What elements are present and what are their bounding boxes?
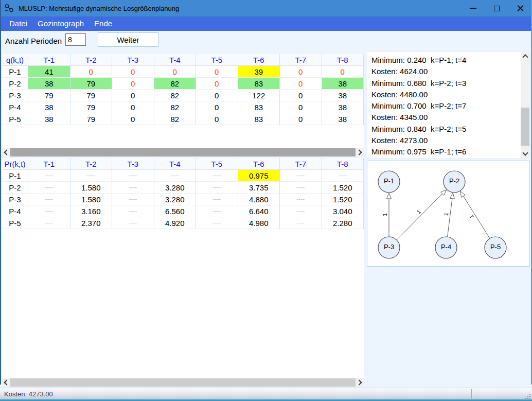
data-cell: ----	[322, 170, 364, 182]
column-header: T-6	[238, 158, 280, 170]
data-cell: 0	[112, 101, 154, 113]
data-cell: 38	[322, 101, 364, 113]
maximize-icon	[494, 6, 500, 11]
log-line: Kosten: 4345.00	[371, 112, 521, 123]
data-cell: 2.370	[70, 217, 113, 229]
log-line: Kosten: 4624.00	[371, 66, 521, 77]
data-cell: 0	[322, 66, 364, 78]
data-cell: ----	[112, 182, 154, 194]
data-cell: 4.920	[154, 217, 197, 229]
data-cell: 3.160	[70, 205, 113, 217]
q-horizontal-scrollbar[interactable]	[2, 148, 364, 156]
menu-gozintograph[interactable]: Gozintograph	[32, 16, 89, 31]
minimize-button[interactable]	[461, 0, 485, 16]
log-line: Minimum: 0.680 k=P-2; t=3	[371, 78, 521, 89]
graph-edge-label: 1	[382, 213, 388, 216]
q-scrollbar-thumb[interactable]	[10, 148, 356, 156]
data-cell: ----	[28, 205, 70, 217]
data-cell: 82	[154, 78, 197, 90]
table-header-row: Pr(k,t)T-1T-2T-3T-4T-5T-6T-7T-8	[2, 158, 364, 170]
scroll-left-arrow-icon[interactable]	[2, 378, 10, 387]
column-header: T-8	[322, 158, 364, 170]
app-window: MLUSLP: Mehrstufige dynamische Losgrößen…	[0, 0, 532, 401]
data-cell: 0	[280, 90, 322, 101]
q-table-panel: q(k,t)T-1T-2T-3T-4T-5T-6T-7T-8P-14100003…	[2, 54, 364, 156]
data-cell: 6.560	[154, 205, 197, 217]
close-button[interactable]	[508, 0, 532, 16]
title-bar: MLUSLP: Mehrstufige dynamische Losgrößen…	[0, 0, 532, 16]
column-header: T-1	[28, 54, 70, 66]
data-cell: 0	[196, 66, 238, 78]
data-cell: 122	[238, 90, 280, 101]
period-count-label: Anzahl Perioden	[5, 37, 62, 45]
log-line: Minimum: 0.975 k=P-1; t=6	[371, 146, 521, 158]
row-label: P-2	[2, 182, 28, 194]
maximize-button[interactable]	[485, 0, 508, 16]
q-table-corner-label: q(k,t)	[2, 54, 28, 66]
column-header: T-7	[280, 54, 322, 66]
data-cell: 4.980	[238, 217, 280, 229]
period-count-input[interactable]	[65, 33, 86, 46]
data-cell: 0	[196, 101, 238, 113]
data-cell: 0	[280, 113, 322, 125]
solver-log-panel: Minimum: 0.240 k=P-1; t=4Kosten: 4624.00…	[367, 51, 530, 159]
data-cell: ----	[112, 217, 154, 229]
row-label: P-1	[2, 170, 28, 182]
graph-node-label: P-5	[490, 243, 501, 251]
data-cell: 79	[28, 90, 70, 101]
q-table: q(k,t)T-1T-2T-3T-4T-5T-6T-7T-8P-14100003…	[2, 54, 364, 125]
data-cell: 0	[112, 78, 154, 90]
weiter-button[interactable]: Weiter	[98, 32, 158, 47]
data-cell: 82	[154, 113, 197, 125]
graph-arrowhead-icon	[387, 193, 392, 199]
graph-edge	[448, 199, 452, 237]
scroll-down-arrow-icon[interactable]	[521, 149, 529, 158]
scroll-right-arrow-icon[interactable]	[356, 148, 364, 156]
data-cell: 0	[280, 66, 322, 78]
data-cell: 0	[70, 66, 113, 78]
scroll-left-arrow-icon[interactable]	[2, 148, 10, 156]
graph-edge	[463, 196, 489, 238]
log-line: Minimum: 0.700 k=P-2; t=7	[371, 100, 521, 112]
column-header: T-5	[196, 158, 238, 170]
log-line: Kosten: 4480.00	[371, 89, 521, 100]
table-row: P-5----2.370----4.920----4.980----2.280	[2, 217, 364, 229]
pr-horizontal-scrollbar[interactable]	[2, 378, 364, 387]
minimize-icon	[470, 8, 476, 9]
graph-node-label: P-4	[441, 243, 451, 251]
gozintograph-panel: 1111P-1P-2P-3P-4P-5	[367, 161, 530, 267]
log-scrollbar-thumb[interactable]	[521, 108, 529, 146]
column-header: T-3	[112, 158, 154, 170]
data-cell: 0.975	[238, 170, 280, 182]
menu-ende[interactable]: Ende	[89, 16, 117, 31]
column-header: T-4	[154, 158, 197, 170]
pr-scrollbar-thumb[interactable]	[10, 378, 356, 387]
graph-edge	[397, 194, 442, 240]
pr-table-panel: Pr(k,t)T-1T-2T-3T-4T-5T-6T-7T-8P-1------…	[2, 158, 364, 387]
data-cell: 1.520	[322, 182, 364, 194]
window-title: MLUSLP: Mehrstufige dynamische Losgrößen…	[19, 5, 179, 12]
graph-node-label: P-2	[449, 177, 459, 185]
column-header: T-3	[112, 54, 154, 66]
data-cell: 41	[28, 66, 70, 78]
menu-datei[interactable]: Datei	[4, 16, 32, 31]
column-header: T-5	[196, 54, 238, 66]
scroll-up-arrow-icon[interactable]	[521, 52, 529, 61]
status-bar-divider	[471, 389, 472, 399]
menu-bar: Datei Gozintograph Ende	[0, 16, 532, 31]
data-cell: 3.735	[238, 182, 280, 194]
column-header: T-2	[70, 158, 113, 170]
data-cell: ----	[28, 182, 70, 194]
data-cell: 6.640	[238, 205, 280, 217]
graph-node-label: P-1	[384, 177, 394, 185]
data-cell: 0	[280, 101, 322, 113]
graph-edge-label: 1	[443, 212, 450, 216]
log-line: Minimum: 0.240 k=P-1; t=4	[371, 55, 521, 66]
data-cell: 79	[70, 113, 113, 125]
data-cell: ----	[112, 205, 154, 217]
data-cell: ----	[28, 194, 70, 205]
log-vertical-scrollbar[interactable]	[521, 52, 529, 158]
resize-grip[interactable]	[524, 393, 530, 399]
data-cell: ----	[280, 182, 322, 194]
scroll-right-arrow-icon[interactable]	[356, 378, 364, 387]
